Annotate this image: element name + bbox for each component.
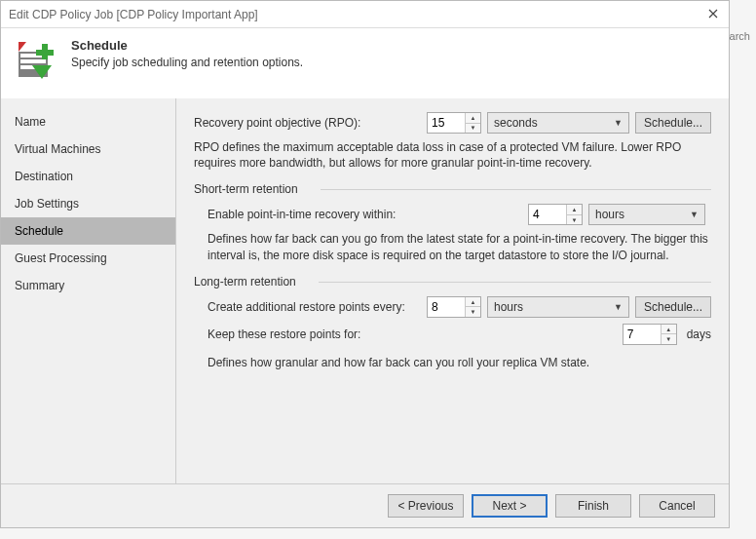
sidebar-item-destination[interactable]: Destination	[1, 163, 175, 190]
page-title: Schedule	[71, 38, 303, 53]
previous-button[interactable]: < Previous	[388, 494, 464, 518]
short-term-value-spinner[interactable]: ▲ ▼	[528, 204, 583, 225]
rpo-unit-select[interactable]: seconds ▼	[487, 112, 629, 134]
chevron-down-icon: ▼	[614, 118, 623, 128]
spinner-buttons[interactable]: ▲ ▼	[465, 297, 480, 317]
long-term-description: Defines how granular and how far back ca…	[208, 355, 711, 370]
short-term-row: Enable point-in-time recovery within: ▲ …	[208, 204, 711, 225]
schedule-icon	[13, 38, 59, 85]
header: Schedule Specify job scheduling and rete…	[1, 28, 729, 98]
body: Name Virtual Machines Destination Job Se…	[1, 98, 729, 483]
footer: < Previous Next > Finish Cancel	[1, 483, 729, 527]
long-term-group-title: Long-term retention	[194, 275, 711, 289]
sidebar-item-summary[interactable]: Summary	[1, 272, 175, 299]
spinner-up-icon[interactable]: ▲	[466, 113, 480, 124]
chevron-down-icon: ▼	[614, 302, 623, 312]
short-term-group: Enable point-in-time recovery within: ▲ …	[194, 204, 711, 262]
next-button[interactable]: Next >	[472, 494, 548, 518]
short-term-group-title: Short-term retention	[194, 182, 711, 196]
off-viewport-text: arch	[730, 30, 750, 42]
sidebar-item-virtual-machines[interactable]: Virtual Machines	[1, 135, 175, 163]
long-term-keep-label: Keep these restore points for:	[208, 327, 623, 341]
rpo-unit-value: seconds	[494, 116, 538, 130]
spinner-down-icon[interactable]: ▼	[466, 307, 480, 317]
rpo-row: Recovery point objective (RPO): ▲ ▼ seco…	[194, 112, 711, 134]
sidebar-item-job-settings[interactable]: Job Settings	[1, 190, 175, 217]
long-term-create-spinner[interactable]: ▲ ▼	[427, 296, 481, 318]
short-term-value-input[interactable]	[529, 205, 566, 224]
cancel-button[interactable]: Cancel	[639, 494, 715, 518]
rpo-value-spinner[interactable]: ▲ ▼	[427, 112, 481, 134]
sidebar-item-name[interactable]: Name	[1, 108, 175, 135]
svg-rect-2	[20, 59, 46, 63]
long-term-create-input[interactable]	[428, 297, 465, 317]
short-term-unit-select[interactable]: hours ▼	[588, 204, 705, 225]
short-term-label: Enable point-in-time recovery within:	[208, 208, 528, 221]
spinner-buttons[interactable]: ▲ ▼	[661, 325, 676, 344]
long-term-create-label: Create additional restore points every:	[208, 300, 427, 314]
long-term-keep-row: Keep these restore points for: ▲ ▼ days	[208, 324, 711, 345]
long-term-create-unit-value: hours	[494, 300, 523, 314]
finish-button[interactable]: Finish	[555, 494, 631, 518]
svg-rect-5	[36, 50, 54, 56]
short-term-unit-value: hours	[595, 208, 624, 221]
short-term-description: Defines how far back can you go from the…	[208, 231, 711, 262]
long-term-group: Create additional restore points every: …	[194, 296, 711, 370]
chevron-down-icon: ▼	[690, 210, 699, 219]
long-term-create-unit-select[interactable]: hours ▼	[487, 296, 629, 318]
sidebar-item-guest-processing[interactable]: Guest Processing	[1, 245, 175, 272]
sidebar-item-schedule[interactable]: Schedule	[1, 217, 175, 245]
rpo-description: RPO defines the maximum acceptable data …	[194, 139, 711, 171]
spinner-buttons[interactable]: ▲ ▼	[465, 113, 480, 133]
long-term-schedule-button[interactable]: Schedule...	[635, 296, 711, 318]
rpo-label: Recovery point objective (RPO):	[194, 116, 427, 130]
spinner-up-icon[interactable]: ▲	[567, 205, 582, 215]
main-panel: Recovery point objective (RPO): ▲ ▼ seco…	[176, 98, 729, 483]
spinner-up-icon[interactable]: ▲	[662, 325, 676, 335]
page-subtitle: Specify job scheduling and retention opt…	[71, 56, 303, 69]
long-term-keep-input[interactable]	[624, 325, 661, 344]
long-term-create-row: Create additional restore points every: …	[208, 296, 711, 318]
dialog: arch Edit CDP Policy Job [CDP Policy Imp…	[0, 0, 730, 528]
titlebar: Edit CDP Policy Job [CDP Policy Importan…	[1, 1, 729, 28]
window-title: Edit CDP Policy Job [CDP Policy Importan…	[9, 8, 258, 21]
spinner-down-icon[interactable]: ▼	[567, 215, 582, 225]
spinner-up-icon[interactable]: ▲	[466, 297, 480, 308]
sidebar: Name Virtual Machines Destination Job Se…	[1, 98, 176, 483]
long-term-keep-spinner[interactable]: ▲ ▼	[623, 324, 677, 345]
header-text: Schedule Specify job scheduling and rete…	[71, 38, 303, 69]
spinner-down-icon[interactable]: ▼	[466, 124, 480, 134]
long-term-keep-unit: days	[687, 327, 711, 341]
rpo-schedule-button[interactable]: Schedule...	[635, 112, 711, 134]
spinner-buttons[interactable]: ▲ ▼	[566, 205, 582, 224]
rpo-value-input[interactable]	[428, 113, 465, 133]
close-icon[interactable]	[705, 8, 721, 21]
spinner-down-icon[interactable]: ▼	[662, 334, 676, 344]
